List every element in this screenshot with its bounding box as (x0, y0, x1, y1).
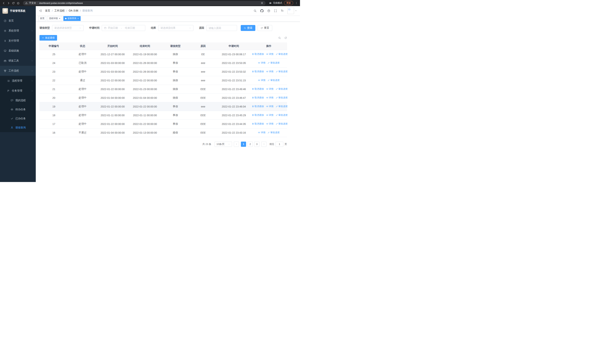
browser-home-button[interactable] (17, 2, 20, 5)
sidebar-item-system[interactable]: 系统管理 (0, 26, 36, 36)
detail-link[interactable]: 详情 (266, 53, 273, 56)
approval-progress-link[interactable]: 审批进度 (268, 61, 280, 65)
approval-progress-link[interactable]: 审批进度 (276, 70, 288, 73)
browser-reload-button[interactable] (12, 2, 15, 5)
page-button-3[interactable]: 3 (254, 142, 259, 147)
github-icon[interactable] (260, 9, 264, 13)
leave-type-cell: 事假 (162, 102, 189, 111)
eye-icon (258, 79, 260, 81)
end-time-cell: 2022-01-11 00:00:00 (128, 111, 162, 120)
approval-progress-link[interactable]: 审批进度 (276, 87, 288, 91)
font-size-icon[interactable] (281, 9, 284, 12)
address-bar[interactable]: 不安全 dashboard.yudao.iocoder.cn/bpm/oa/le… (23, 1, 265, 5)
detail-link[interactable]: 详情 (266, 70, 273, 73)
approval-progress-link[interactable]: 审批进度 (268, 79, 280, 82)
header-search-icon[interactable] (253, 9, 257, 12)
detail-link[interactable]: 详情 (258, 79, 265, 82)
detail-link[interactable]: 详情 (266, 87, 273, 91)
delete-icon (252, 97, 254, 99)
actions-cell: 取消请假详情审批进度 (251, 111, 287, 120)
next-page-button[interactable] (261, 142, 266, 147)
column-header: 操作 (251, 42, 287, 50)
cancel-leave-link[interactable]: 取消请假 (252, 87, 264, 91)
browser-forward-button[interactable] (7, 2, 10, 5)
sidebar-item-task-mgmt[interactable]: 任务管理 (0, 86, 36, 96)
leave-type-select[interactable]: 请选择请假类型 (52, 25, 84, 31)
close-icon[interactable]: × (77, 17, 79, 20)
approval-progress-link[interactable]: 审批进度 (276, 114, 288, 117)
action-label: 审批进度 (279, 96, 288, 99)
toggle-search-icon[interactable] (278, 37, 281, 39)
fullscreen-icon[interactable] (274, 9, 277, 12)
goto-label: 前往 (269, 142, 274, 146)
tab-leave-query[interactable]: 请假查询× (63, 16, 81, 21)
bookmark-star-icon[interactable] (261, 2, 263, 5)
sidebar-item-payment[interactable]: 支付管理 (0, 36, 36, 46)
app-title: 芋道管理系统 (10, 9, 25, 13)
user-menu[interactable] (287, 7, 297, 14)
action-label: 审批进度 (279, 105, 288, 108)
help-icon[interactable] (267, 9, 270, 12)
apply-time-range-picker[interactable]: 开始日期 - 结束日期 (102, 25, 145, 31)
cancel-leave-link[interactable]: 取消请假 (252, 114, 264, 117)
close-icon[interactable]: × (59, 17, 61, 20)
result-select[interactable]: 请选择流结果 (158, 25, 193, 31)
cancel-leave-link[interactable]: 取消请假 (252, 70, 264, 73)
leave-type-cell: 事假 (162, 67, 189, 76)
sidebar-item-todo-tasks[interactable]: 待办任务 (0, 105, 36, 114)
cancel-leave-link[interactable]: 取消请假 (252, 105, 264, 108)
prev-page-button[interactable] (234, 142, 239, 147)
sidebar-item-process-mgmt[interactable]: 流程管理 (0, 76, 36, 86)
cancel-leave-link[interactable]: 取消请假 (252, 122, 264, 125)
cancel-leave-link[interactable]: 取消请假 (252, 53, 264, 56)
apply-time-cell: 2022-01-22 23:46:47 (217, 93, 251, 102)
approval-progress-link[interactable]: 审批进度 (268, 131, 280, 134)
actions-cell: 详情审批进度 (251, 128, 287, 137)
reset-button[interactable]: 重置 (258, 25, 272, 31)
logo-image (2, 8, 8, 14)
goto-page-input[interactable] (276, 142, 283, 147)
cancel-leave-link[interactable]: 取消请假 (252, 96, 264, 99)
action-label: 审批进度 (270, 131, 280, 134)
refresh-table-icon[interactable] (284, 37, 287, 39)
sidebar-item-leave-query[interactable]: 请假查询 (0, 123, 36, 132)
detail-link[interactable]: 详情 (266, 96, 273, 99)
approval-progress-link[interactable]: 审批进度 (276, 105, 288, 108)
app-logo[interactable]: 芋道管理系统 (0, 6, 36, 16)
breadcrumb-item-workflow[interactable]: 工作流程 (54, 9, 65, 12)
tab-process-detail[interactable]: 流程详情× (47, 16, 62, 21)
sidebar-item-workflow[interactable]: 工作流程 (0, 66, 36, 76)
browser-back-button[interactable] (2, 2, 5, 5)
page-button-1[interactable]: 1 (241, 142, 246, 147)
sidebar-item-devtools[interactable]: 研发工具 (0, 56, 36, 66)
detail-link[interactable]: 详情 (266, 122, 273, 125)
sidebar-item-home[interactable]: 首页 (0, 16, 36, 26)
sidebar-item-done-tasks[interactable]: 已办任务 (0, 114, 36, 123)
apply-time-cell: 2022-01-22 23:44:35 (217, 120, 251, 128)
approval-progress-link[interactable]: 审批进度 (276, 53, 288, 56)
detail-link[interactable]: 详情 (266, 114, 273, 117)
reason-input[interactable] (206, 25, 237, 31)
browser-menu-icon[interactable] (295, 1, 298, 5)
breadcrumb-item-home[interactable]: 首页 (45, 9, 50, 12)
search-button[interactable]: 搜索 (241, 25, 255, 31)
create-leave-button[interactable]: 发起请假 (39, 35, 57, 41)
sidebar-item-my-process[interactable]: 我的流程 (0, 96, 36, 105)
update-button[interactable]: 更新 (284, 1, 293, 5)
approval-progress-link[interactable]: 审批进度 (276, 96, 288, 99)
approval-progress-link[interactable]: 审批进度 (276, 122, 288, 125)
apply-time-cell: 2022-01-22 23:49:46 (217, 85, 251, 93)
column-header: 申请编号 (39, 42, 68, 50)
page-size-select[interactable]: 10条/页 (215, 142, 232, 147)
detail-link[interactable]: 详情 (266, 105, 273, 108)
chevron-down-icon (189, 27, 191, 29)
breadcrumb-item-oa-example[interactable]: OA 示例 (69, 9, 78, 12)
detail-link[interactable]: 详情 (258, 61, 265, 65)
tab-home[interactable]: 首页 (38, 16, 46, 21)
edit-icon (276, 123, 278, 125)
sidebar-toggle-button[interactable] (39, 9, 42, 12)
detail-link[interactable]: 详情 (258, 131, 265, 134)
sidebar-item-infra[interactable]: 基础设施 (0, 46, 36, 56)
page-button-2[interactable]: 2 (248, 142, 253, 147)
start-time-cell: 2022-01-04 00:00:00 (97, 93, 128, 102)
